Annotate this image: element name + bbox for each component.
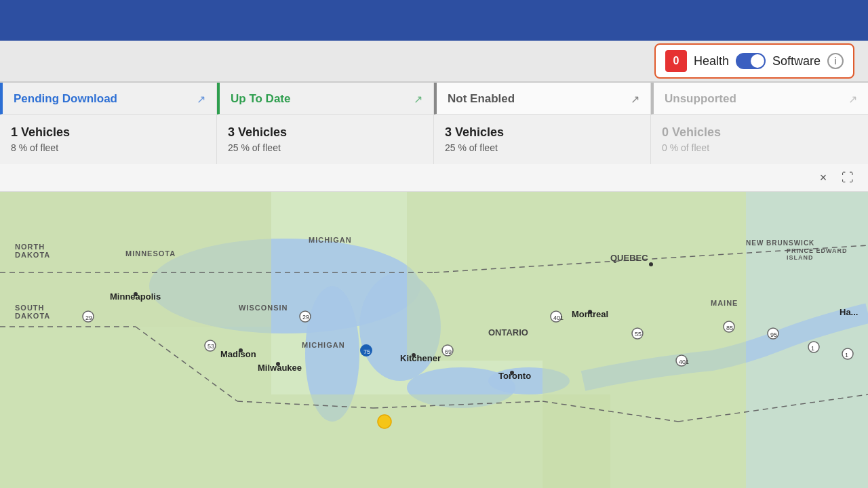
svg-text:75: 75 — [363, 348, 370, 355]
health-software-widget[interactable]: 0 Health Software i — [654, 43, 854, 79]
stat-cell-uptodate: Up To Date ↗ 3 Vehicles 25 % of fleet — [217, 83, 434, 164]
svg-text:401: 401 — [553, 314, 564, 321]
stat-cell-pending: Pending Download ↗ 1 Vehicles 8 % of fle… — [0, 83, 217, 164]
unsupported-external-link-icon[interactable]: ↗ — [848, 93, 857, 106]
unsupported-status-label: Unsupported — [665, 92, 736, 106]
notenabled-status-label: Not Enabled — [448, 92, 515, 106]
svg-point-45 — [239, 348, 243, 352]
unsupported-vehicles-count: 0 Vehicles — [662, 125, 857, 140]
svg-text:1: 1 — [845, 352, 848, 359]
pending-vehicles-count: 1 Vehicles — [11, 125, 205, 140]
svg-point-51 — [378, 415, 391, 428]
map-container[interactable]: 29 53 75 69 55 401 85 95 1 401 1 29 — [0, 192, 868, 488]
alert-badge: 0 — [665, 50, 687, 72]
notenabled-vehicles-count: 3 Vehicles — [445, 125, 639, 140]
map-controls: × ⛶ — [0, 164, 868, 192]
svg-rect-10 — [407, 192, 746, 361]
header-bar — [0, 0, 868, 41]
unsupported-fleet-pct: 0 % of fleet — [662, 142, 857, 153]
stat-header-notenabled[interactable]: Not Enabled ↗ — [434, 83, 650, 115]
svg-point-47 — [412, 353, 416, 357]
pending-external-link-icon[interactable]: ↗ — [197, 93, 205, 106]
svg-point-44 — [134, 292, 138, 296]
svg-rect-8 — [0, 327, 271, 488]
software-label: Software — [772, 54, 821, 68]
stat-header-pending[interactable]: Pending Download ↗ — [0, 83, 216, 115]
stat-body-notenabled: 3 Vehicles 25 % of fleet — [434, 115, 650, 164]
close-button[interactable]: × — [814, 168, 833, 187]
info-icon[interactable]: i — [827, 53, 844, 69]
pending-status-label: Pending Download — [14, 92, 117, 106]
svg-text:1: 1 — [811, 345, 814, 352]
svg-point-46 — [276, 362, 280, 366]
stat-cell-notenabled: Not Enabled ↗ 3 Vehicles 25 % of fleet — [434, 83, 651, 164]
svg-rect-7 — [0, 192, 271, 327]
stat-body-pending: 1 Vehicles 8 % of fleet — [0, 115, 216, 164]
stats-grid: Pending Download ↗ 1 Vehicles 8 % of fle… — [0, 81, 868, 164]
uptodate-external-link-icon[interactable]: ↗ — [414, 93, 422, 106]
svg-text:69: 69 — [445, 348, 452, 355]
svg-point-48 — [510, 371, 514, 375]
svg-text:29: 29 — [302, 314, 309, 321]
expand-button[interactable]: ⛶ — [838, 168, 857, 187]
map-svg: 29 53 75 69 55 401 85 95 1 401 1 29 — [0, 192, 868, 488]
svg-point-49 — [588, 310, 592, 314]
svg-text:29: 29 — [85, 314, 92, 321]
svg-text:53: 53 — [208, 343, 214, 350]
svg-text:85: 85 — [726, 325, 733, 331]
uptodate-fleet-pct: 25 % of fleet — [228, 142, 422, 153]
notenabled-external-link-icon[interactable]: ↗ — [631, 93, 639, 106]
stat-body-unsupported: 0 Vehicles 0 % of fleet — [651, 115, 868, 164]
software-toggle[interactable] — [736, 53, 766, 69]
notenabled-fleet-pct: 25 % of fleet — [445, 142, 639, 153]
svg-point-50 — [649, 262, 653, 266]
svg-rect-6 — [746, 192, 868, 488]
toggle-knob — [751, 54, 764, 68]
stat-header-uptodate[interactable]: Up To Date ↗ — [217, 83, 433, 115]
uptodate-status-label: Up To Date — [231, 92, 290, 106]
svg-text:401: 401 — [679, 359, 689, 365]
stat-cell-unsupported: Unsupported ↗ 0 Vehicles 0 % of fleet — [651, 83, 868, 164]
svg-text:55: 55 — [635, 331, 642, 338]
svg-text:95: 95 — [770, 331, 777, 338]
uptodate-vehicles-count: 3 Vehicles — [228, 125, 422, 140]
stat-header-unsupported[interactable]: Unsupported ↗ — [651, 83, 868, 115]
stat-body-uptodate: 3 Vehicles 25 % of fleet — [217, 115, 433, 164]
pending-fleet-pct: 8 % of fleet — [11, 142, 205, 153]
svg-rect-11 — [542, 361, 746, 488]
health-label: Health — [694, 54, 729, 68]
sub-header: 0 Health Software i — [0, 41, 868, 81]
